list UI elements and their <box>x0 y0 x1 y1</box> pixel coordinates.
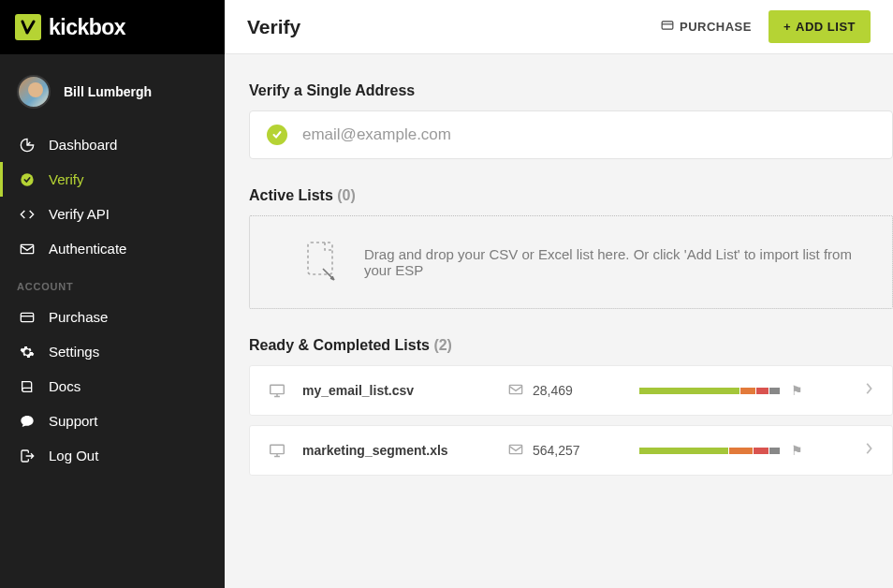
sidebar-item-label: Support <box>49 413 98 429</box>
single-address-input-wrap[interactable] <box>249 110 893 159</box>
logo-mark-icon <box>15 14 41 40</box>
active-lists-count: (0) <box>337 187 356 203</box>
user-block[interactable]: Bill Lumbergh <box>0 54 225 127</box>
topbar-actions: PURCHASE + ADD LIST <box>661 10 871 43</box>
page-title: Verify <box>247 16 300 38</box>
svg-rect-1 <box>21 244 33 253</box>
file-drop-icon <box>302 241 344 284</box>
sidebar: kickbox Bill Lumbergh Dashboard Verify V… <box>0 0 225 588</box>
sidebar-item-label: Authenticate <box>49 241 126 257</box>
svg-rect-2 <box>21 313 33 321</box>
chat-icon <box>17 414 37 429</box>
source-desktop-icon <box>269 383 302 398</box>
topbar: Verify PURCHASE + ADD LIST <box>225 0 893 54</box>
add-list-label: ADD LIST <box>796 20 856 34</box>
list-row[interactable]: my_email_list.csv 28,469 ⚑ <box>249 365 893 416</box>
svg-rect-3 <box>662 22 673 29</box>
active-lists-title-text: Active Lists <box>249 187 333 203</box>
avatar <box>17 75 51 109</box>
completed-lists-title: Ready & Completed Lists (2) <box>249 337 893 354</box>
card-icon <box>661 20 674 34</box>
envelope-icon <box>508 443 523 458</box>
list-count-value: 28,469 <box>533 383 573 398</box>
user-name: Bill Lumbergh <box>64 84 152 99</box>
svg-rect-8 <box>509 445 521 453</box>
sidebar-item-label: Docs <box>49 378 81 394</box>
flag-icon: ⚑ <box>791 443 803 458</box>
sidebar-item-label: Verify <box>49 171 84 187</box>
list-count: 28,469 <box>508 383 639 398</box>
envelope-icon <box>508 383 523 398</box>
logo[interactable]: kickbox <box>0 0 225 54</box>
svg-rect-5 <box>271 385 285 393</box>
card-icon <box>17 311 37 324</box>
gear-icon <box>17 345 37 360</box>
sidebar-item-logout[interactable]: Log Out <box>0 438 225 473</box>
sidebar-item-settings[interactable]: Settings <box>0 334 225 369</box>
purchase-button[interactable]: PURCHASE <box>661 20 752 34</box>
result-bar: ⚑ <box>639 443 864 458</box>
sidebar-item-verify-api[interactable]: Verify API <box>0 197 225 231</box>
svg-rect-4 <box>308 243 332 274</box>
sidebar-item-label: Dashboard <box>49 137 117 153</box>
plus-icon: + <box>783 20 791 34</box>
list-name: my_email_list.csv <box>302 383 508 398</box>
chevron-right-icon <box>864 382 873 399</box>
sidebar-item-support[interactable]: Support <box>0 404 225 438</box>
sidebar-item-label: Log Out <box>49 448 98 463</box>
content: Verify a Single Address Active Lists (0)… <box>225 54 893 588</box>
result-segment-bar <box>639 388 780 394</box>
mail-icon <box>17 243 37 256</box>
result-segment-bar <box>639 448 780 454</box>
list-count-value: 564,257 <box>533 443 580 458</box>
sidebar-item-dashboard[interactable]: Dashboard <box>0 127 225 162</box>
main: Verify PURCHASE + ADD LIST Verify a Sing… <box>225 0 893 588</box>
sidebar-item-authenticate[interactable]: Authenticate <box>0 231 225 266</box>
gauge-icon <box>17 138 37 153</box>
list-count: 564,257 <box>508 443 639 458</box>
logout-icon <box>17 448 37 463</box>
source-desktop-icon <box>269 443 302 458</box>
result-bar: ⚑ <box>639 383 864 398</box>
sidebar-item-docs[interactable]: Docs <box>0 369 225 404</box>
sidebar-item-verify[interactable]: Verify <box>0 162 225 197</box>
single-address-title: Verify a Single Address <box>249 82 893 99</box>
check-icon <box>17 172 37 187</box>
add-list-button[interactable]: + ADD LIST <box>769 10 871 43</box>
list-name: marketing_segment.xls <box>302 443 508 458</box>
purchase-label: PURCHASE <box>680 20 752 34</box>
drop-zone[interactable]: Drag and drop your CSV or Excel list her… <box>249 215 893 309</box>
check-icon <box>267 125 287 145</box>
active-lists-title: Active Lists (0) <box>249 187 893 204</box>
sidebar-item-purchase[interactable]: Purchase <box>0 300 225 334</box>
sidebar-item-label: Purchase <box>49 309 108 325</box>
email-input[interactable] <box>302 125 875 144</box>
svg-rect-6 <box>509 385 521 393</box>
chevron-right-icon <box>864 442 873 459</box>
completed-lists-title-text: Ready & Completed Lists <box>249 337 430 353</box>
completed-lists-count: (2) <box>433 337 452 353</box>
sidebar-item-label: Verify API <box>49 206 110 222</box>
list-row[interactable]: marketing_segment.xls 564,257 ⚑ <box>249 425 893 476</box>
book-icon <box>17 379 37 394</box>
drop-text: Drag and drop your CSV or Excel list her… <box>364 246 870 278</box>
logo-text: kickbox <box>49 15 125 40</box>
flag-icon: ⚑ <box>791 383 803 398</box>
code-icon <box>17 207 37 222</box>
sidebar-section-label: ACCOUNT <box>0 266 225 300</box>
sidebar-item-label: Settings <box>49 344 99 360</box>
svg-rect-7 <box>271 445 285 453</box>
